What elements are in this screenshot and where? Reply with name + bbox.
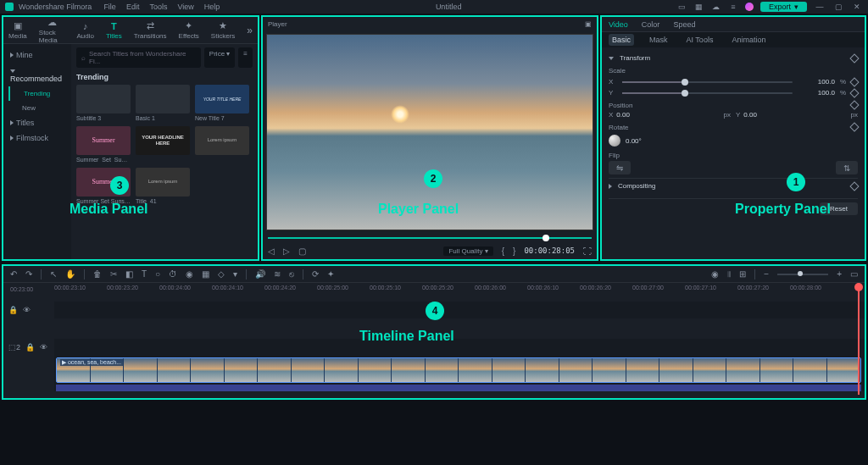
tab-stock[interactable]: ☁Stock Media: [39, 17, 65, 44]
mark-in-icon[interactable]: {: [502, 246, 504, 256]
tab-media[interactable]: ▣Media: [8, 20, 27, 40]
track-eye-icon[interactable]: 👁: [23, 306, 31, 314]
side-titles[interactable]: Titles: [3, 115, 71, 130]
audio-track[interactable]: [54, 385, 865, 391]
track-2[interactable]: [54, 339, 865, 356]
undo-icon[interactable]: ↶: [10, 269, 17, 279]
zoom-in-icon[interactable]: +: [837, 269, 842, 279]
tab-titles[interactable]: TTitles: [106, 21, 122, 40]
text-icon[interactable]: T: [142, 269, 147, 279]
cloud-icon[interactable]: ☁: [711, 2, 721, 12]
video-clip[interactable]: ▶ ocean, sea, beach...: [56, 357, 861, 383]
track-1[interactable]: [54, 302, 865, 318]
prop-tab-color[interactable]: Color: [642, 20, 660, 29]
settings-icon[interactable]: ≡: [728, 2, 738, 12]
sec-transform[interactable]: Transform: [620, 54, 650, 62]
keyframe-icon[interactable]: [849, 181, 859, 191]
video-track[interactable]: ▶ ocean, sea, beach...: [54, 356, 865, 385]
title-thumb[interactable]: Basic 1: [136, 85, 190, 121]
title-thumb[interactable]: YOUR TITLE HERENew Title 7: [195, 85, 249, 121]
menu-help[interactable]: Help: [204, 3, 220, 11]
tab-effects[interactable]: ✦Effects: [179, 20, 199, 40]
cut-icon[interactable]: ✂: [110, 269, 117, 279]
stop-button[interactable]: ◁: [268, 246, 275, 256]
scale-y-slider[interactable]: [622, 92, 793, 94]
menu-edit[interactable]: Edit: [126, 3, 140, 11]
fullscreen-icon[interactable]: ⛶: [583, 246, 592, 256]
seek-bar[interactable]: [268, 234, 592, 242]
menu-file[interactable]: File: [103, 3, 116, 11]
search-input[interactable]: ⌕Search Titles from Wondershare Fi...: [76, 47, 201, 68]
title-thumb[interactable]: Lorem ipsumTitle_41: [136, 168, 190, 204]
meter-icon[interactable]: ⫴: [727, 269, 731, 280]
mark-out-icon[interactable]: }: [513, 246, 515, 256]
flip-h-button[interactable]: ⇋: [609, 161, 631, 174]
scale-x-slider[interactable]: [622, 81, 793, 83]
subtab-mask[interactable]: Mask: [646, 34, 671, 46]
render-icon[interactable]: ⟳: [312, 269, 319, 279]
menu-view[interactable]: View: [177, 3, 193, 11]
rotate-value[interactable]: 0.00°: [626, 137, 642, 145]
playhead[interactable]: [858, 285, 860, 395]
hand-icon[interactable]: ✋: [65, 269, 75, 279]
snapshot-icon[interactable]: ▣: [585, 20, 592, 28]
mixer-icon[interactable]: ◉: [711, 269, 719, 279]
next-button[interactable]: ▢: [298, 246, 306, 256]
window-minimize[interactable]: —: [814, 3, 826, 11]
subtab-animation[interactable]: Animation: [728, 34, 769, 46]
window-maximize[interactable]: ▢: [832, 3, 844, 11]
zoom-out-icon[interactable]: −: [764, 269, 769, 279]
sort-icon[interactable]: ≡: [238, 47, 253, 68]
speed-icon[interactable]: ⏱: [169, 269, 177, 279]
timeline-ruler[interactable]: 00:23:00 00:00:23:1000:00:23:2000:00:24:…: [3, 283, 865, 302]
subtab-ai[interactable]: AI Tools: [683, 34, 717, 46]
window-close[interactable]: ✕: [851, 3, 863, 11]
rotate-knob[interactable]: [609, 135, 620, 147]
track-eye-icon[interactable]: 👁: [40, 343, 47, 352]
side-recommended[interactable]: Recommended: [3, 63, 71, 86]
record-icon[interactable]: ○: [155, 269, 160, 279]
play-button[interactable]: ▷: [283, 246, 290, 256]
ai-icon[interactable]: ✦: [327, 269, 334, 279]
crop-icon[interactable]: ◧: [125, 269, 133, 279]
grid-icon[interactable]: ▦: [694, 2, 704, 12]
subtab-basic[interactable]: Basic: [609, 34, 634, 46]
track-lock-icon[interactable]: 🔒: [8, 306, 18, 314]
delete-icon[interactable]: 🗑: [93, 269, 102, 279]
audio-icon[interactable]: 🔊: [255, 269, 265, 279]
sec-compositing[interactable]: Compositing: [618, 182, 655, 190]
quality-dropdown[interactable]: Full Quality ▾: [443, 246, 492, 256]
tab-stickers[interactable]: ★Stickers: [211, 20, 235, 40]
green-icon[interactable]: ▦: [202, 269, 209, 279]
price-dropdown[interactable]: Price ▾: [204, 47, 235, 68]
color-icon[interactable]: ◉: [186, 269, 193, 279]
side-filmstock[interactable]: Filmstock: [3, 130, 71, 146]
side-mine[interactable]: Mine: [3, 47, 71, 63]
side-trending[interactable]: Trending: [8, 86, 71, 101]
pos-x-field[interactable]: 0.00: [616, 111, 720, 119]
export-button[interactable]: Export▾: [760, 2, 807, 12]
keyframe-icon[interactable]: [849, 53, 859, 63]
snap-icon[interactable]: ⊞: [739, 269, 746, 279]
cursor-icon[interactable]: ↖: [50, 269, 57, 279]
title-thumb[interactable]: Subtitle 3: [76, 85, 131, 121]
title-thumb[interactable]: YOUR HEADLINE HERE: [136, 126, 190, 163]
side-new[interactable]: New: [8, 101, 71, 115]
keyframe-icon[interactable]: [849, 77, 859, 86]
menu-tools[interactable]: Tools: [149, 3, 167, 11]
keyframe-icon[interactable]: ◇: [218, 269, 225, 279]
fit-icon[interactable]: ▭: [850, 269, 858, 279]
track-lock-icon[interactable]: 🔒: [25, 343, 35, 352]
tabs-more-icon[interactable]: »: [247, 25, 253, 36]
flip-v-button[interactable]: ⇅: [836, 161, 858, 174]
avatar[interactable]: [745, 3, 754, 11]
prop-tab-video[interactable]: Video: [609, 20, 628, 29]
keyframe-icon[interactable]: [849, 122, 859, 131]
mix-icon[interactable]: ⎋: [289, 269, 294, 279]
tab-transitions[interactable]: ⇄Transitions: [134, 20, 167, 40]
keyframe-icon[interactable]: [849, 88, 859, 97]
prop-tab-speed[interactable]: Speed: [673, 20, 695, 29]
title-thumb[interactable]: SummerSummer_Set_Sunshi...: [76, 126, 131, 163]
marker-icon[interactable]: ▾: [233, 269, 237, 279]
tab-audio[interactable]: ♪Audio: [76, 21, 93, 40]
